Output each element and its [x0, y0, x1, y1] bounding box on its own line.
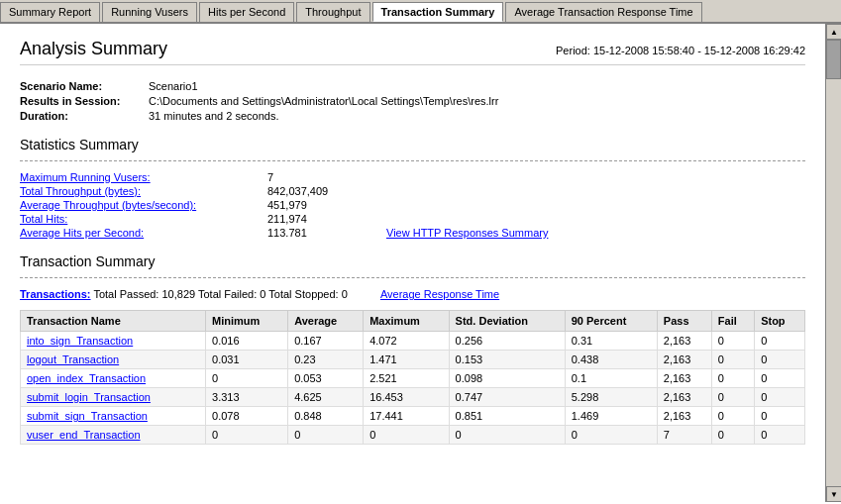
cell-stop: 0	[755, 332, 805, 351]
cell-std: 0.851	[449, 407, 565, 426]
col-header-fail: Fail	[711, 311, 754, 332]
cell-max: 16.453	[364, 388, 449, 407]
tab-summary-report[interactable]: Summary Report	[0, 2, 100, 22]
cell-avg: 0.167	[288, 332, 364, 351]
period-label: Period:	[556, 45, 590, 56]
transaction-name-link[interactable]: vuser_end_Transaction	[27, 429, 141, 441]
col-header-std: Std. Deviation	[449, 311, 565, 332]
cell-fail: 0	[711, 388, 754, 407]
transaction-name-link[interactable]: submit_sign_Transaction	[27, 410, 148, 422]
table-row: open_index_Transaction00.0532.5210.0980.…	[21, 369, 805, 388]
cell-max: 4.072	[364, 332, 449, 351]
scrollbar: ▲ ▼	[825, 24, 841, 502]
scroll-up-button[interactable]: ▲	[826, 24, 841, 40]
statistics-divider	[20, 160, 805, 161]
transaction-divider	[20, 277, 805, 278]
cell-name: submit_sign_Transaction	[21, 407, 206, 426]
transaction-name-link[interactable]: into_sign_Transaction	[27, 335, 133, 347]
cell-pass: 2,163	[657, 351, 711, 369]
cell-min: 0.078	[206, 407, 288, 426]
cell-p90: 1.469	[565, 407, 657, 426]
tab-avg-transaction-response[interactable]: Average Transaction Response Time	[505, 2, 701, 22]
stat-label-throughput[interactable]: Total Throughput (bytes):	[20, 185, 267, 197]
col-header-p90: 90 Percent	[565, 311, 657, 332]
cell-name: submit_login_Transaction	[21, 388, 206, 407]
cell-p90: 0	[565, 426, 657, 445]
col-header-name: Transaction Name	[21, 311, 206, 332]
cell-std: 0.098	[449, 369, 565, 388]
cell-min: 0	[206, 426, 288, 445]
tab-bar: Summary Report Running Vusers Hits per S…	[0, 0, 841, 24]
transaction-name-link[interactable]: open_index_Transaction	[27, 372, 146, 384]
cell-fail: 0	[711, 407, 754, 426]
cell-fail: 0	[711, 369, 754, 388]
scroll-down-button[interactable]: ▼	[826, 486, 841, 502]
stat-row-hits: Total Hits: 211,974	[20, 213, 805, 225]
avg-response-time-link[interactable]: Average Response Time	[380, 288, 499, 300]
tab-hits-per-second[interactable]: Hits per Second	[199, 2, 294, 22]
stat-value-hits: 211,974	[267, 213, 367, 225]
tab-throughput[interactable]: Throughput	[296, 2, 369, 22]
page-title: Analysis Summary	[20, 39, 167, 59]
results-label: Results in Session:	[20, 95, 149, 107]
cell-fail: 0	[711, 351, 754, 369]
stat-value-vusers: 7	[267, 171, 367, 183]
cell-min: 0	[206, 369, 288, 388]
transaction-name-link[interactable]: submit_login_Transaction	[27, 391, 151, 403]
col-header-max: Maximum	[364, 311, 449, 332]
col-header-min: Minimum	[206, 311, 288, 332]
stat-label-vusers[interactable]: Maximum Running Vusers:	[20, 171, 267, 183]
cell-max: 0	[364, 426, 449, 445]
transactions-label[interactable]: Transactions:	[20, 288, 91, 300]
transaction-name-link[interactable]: logout_Transaction	[27, 353, 119, 365]
transaction-table: Transaction Name Minimum Average Maximum…	[20, 310, 805, 445]
stat-row-throughput: Total Throughput (bytes): 842,037,409	[20, 185, 805, 197]
transaction-summary-line: Transactions: Total Passed: 10,829 Total…	[20, 288, 805, 300]
tab-running-vusers[interactable]: Running Vusers	[102, 2, 197, 22]
cell-std: 0	[449, 426, 565, 445]
table-row: into_sign_Transaction0.0160.1674.0720.25…	[21, 332, 805, 351]
stat-label-avg-throughput[interactable]: Average Throughput (bytes/second):	[20, 199, 267, 211]
cell-avg: 0	[288, 426, 364, 445]
table-row: logout_Transaction0.0310.231.4710.1530.4…	[21, 351, 805, 369]
cell-p90: 0.31	[565, 332, 657, 351]
cell-max: 17.441	[364, 407, 449, 426]
cell-name: open_index_Transaction	[21, 369, 206, 388]
cell-stop: 0	[755, 351, 805, 369]
scenario-label: Scenario Name:	[20, 80, 149, 92]
stat-value-avg-hits: 113.781	[267, 227, 367, 239]
cell-p90: 0.1	[565, 369, 657, 388]
cell-max: 1.471	[364, 351, 449, 369]
cell-stop: 0	[755, 426, 805, 445]
cell-min: 0.016	[206, 332, 288, 351]
scenario-row: Scenario Name: Scenario1	[20, 80, 805, 92]
duration-row: Duration: 31 minutes and 2 seconds.	[20, 110, 805, 122]
col-header-stop: Stop	[755, 311, 805, 332]
stat-row-vusers: Maximum Running Vusers: 7	[20, 171, 805, 183]
stat-label-hits[interactable]: Total Hits:	[20, 213, 267, 225]
cell-stop: 0	[755, 369, 805, 388]
cell-fail: 0	[711, 426, 754, 445]
content-area: Analysis Summary Period: 15-12-2008 15:5…	[0, 24, 841, 502]
transaction-title: Transaction Summary	[20, 253, 805, 269]
results-row: Results in Session: C:\Documents and Set…	[20, 95, 805, 107]
stat-row-avg-hits: Average Hits per Second: 113.781 View HT…	[20, 227, 805, 239]
tab-transaction-summary[interactable]: Transaction Summary	[372, 2, 504, 22]
http-responses-link[interactable]: View HTTP Responses Summary	[386, 227, 548, 239]
cell-stop: 0	[755, 407, 805, 426]
table-row: vuser_end_Transaction00000700	[21, 426, 805, 445]
cell-pass: 2,163	[657, 332, 711, 351]
results-value: C:\Documents and Settings\Administrator\…	[149, 95, 498, 107]
cell-p90: 0.438	[565, 351, 657, 369]
cell-avg: 4.625	[288, 388, 364, 407]
table-row: submit_sign_Transaction0.0780.84817.4410…	[21, 407, 805, 426]
statistics-table: Maximum Running Vusers: 7 Total Throughp…	[20, 171, 805, 239]
cell-min: 3.313	[206, 388, 288, 407]
duration-value: 31 minutes and 2 seconds.	[149, 110, 278, 122]
info-section: Scenario Name: Scenario1 Results in Sess…	[20, 80, 805, 122]
stat-label-avg-hits[interactable]: Average Hits per Second:	[20, 227, 267, 239]
period-value: 15-12-2008 15:58:40 - 15-12-2008 16:29:4…	[593, 45, 805, 56]
stat-value-throughput: 842,037,409	[267, 185, 367, 197]
cell-name: into_sign_Transaction	[21, 332, 206, 351]
scrollbar-thumb[interactable]	[826, 40, 841, 79]
